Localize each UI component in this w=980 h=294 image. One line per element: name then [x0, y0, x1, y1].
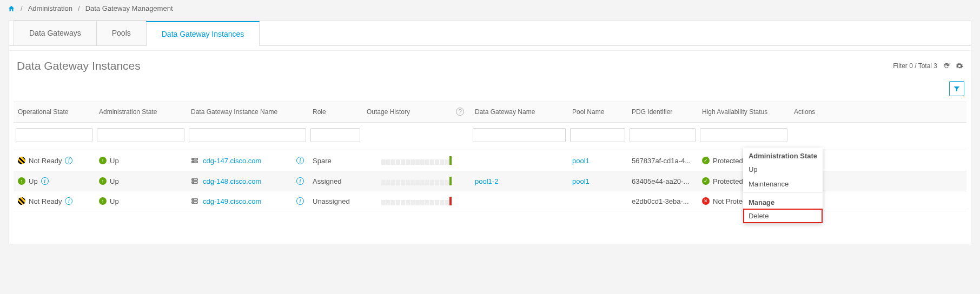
filter-toggle-icon[interactable]: [949, 81, 964, 96]
menu-item-delete[interactable]: Delete: [743, 209, 823, 223]
role-text: Assigned: [308, 175, 362, 188]
col-pdg-id: PDG Identifier: [627, 107, 698, 118]
col-gw-name: Data Gateway Name: [471, 107, 568, 118]
menu-item-up[interactable]: Up: [743, 162, 823, 177]
gateway-name-link[interactable]: pool1-2: [475, 177, 498, 185]
col-inst-name: Data Gateway Instance Name: [187, 107, 308, 118]
outage-history-bar: [381, 156, 452, 165]
section-meta: Filter 0 / Total 3: [893, 62, 963, 70]
col-admin-state: Administration State: [95, 107, 187, 118]
pool-name-link[interactable]: pool1: [572, 157, 590, 165]
refresh-icon[interactable]: [943, 62, 950, 70]
main-panel: Data Gateways Pools Data Gateway Instanc…: [9, 20, 971, 244]
ha-status-text: Protected: [713, 157, 743, 165]
up-arrow-icon: ↑: [99, 177, 107, 185]
instance-name-link[interactable]: cdg-149.cisco.com: [203, 197, 261, 205]
svg-point-10: [193, 199, 194, 200]
breadcrumb: / Administration / Data Gateway Manageme…: [0, 0, 980, 17]
settings-gear-icon[interactable]: [956, 62, 963, 70]
admin-state-text: Up: [110, 157, 119, 165]
filter-op-state[interactable]: [16, 128, 92, 142]
pdg-id-text: 63405e44-aa20-...: [627, 175, 698, 188]
check-icon: ✓: [702, 177, 710, 185]
table-row: Not Readyi↑Upcdg-147.cisco.comiSparepool…: [14, 150, 966, 171]
filter-ha-status[interactable]: [700, 128, 787, 142]
col-ha-status: High Availability Status: [698, 107, 790, 118]
crumb-page[interactable]: Data Gateway Management: [85, 4, 173, 12]
pdg-id-text: e2db0cd1-3eba-...: [627, 195, 698, 208]
info-icon[interactable]: i: [296, 177, 304, 185]
instance-icon: [191, 197, 198, 205]
tab-pools[interactable]: Pools: [96, 21, 147, 45]
role-text: Unassigned: [308, 195, 362, 208]
col-op-state: Operational State: [14, 107, 95, 118]
filter-bar: [9, 78, 971, 102]
op-state-text: Not Ready: [29, 157, 62, 165]
op-state-text: Not Ready: [29, 197, 62, 205]
filter-pool-name[interactable]: [570, 128, 625, 142]
check-icon: ✓: [702, 157, 710, 164]
col-pool-name: Pool Name: [568, 107, 627, 118]
menu-header-admin: Administration State: [743, 148, 823, 162]
instance-name-link[interactable]: cdg-147.cisco.com: [203, 157, 261, 165]
col-role: Role: [308, 107, 362, 118]
up-arrow-icon: ↑: [18, 177, 25, 185]
pdg-id-text: 567837af-cd1a-4...: [627, 155, 698, 167]
col-actions: Actions: [790, 107, 824, 118]
breadcrumb-sep: /: [21, 4, 23, 12]
admin-state-text: Up: [110, 197, 119, 205]
admin-state-text: Up: [110, 177, 119, 185]
col-outage-label: Outage History: [367, 108, 410, 116]
instance-name-link[interactable]: cdg-148.cisco.com: [203, 177, 261, 185]
svg-point-7: [193, 182, 194, 183]
not-ready-icon: [18, 157, 25, 164]
role-text: Spare: [308, 155, 362, 167]
filter-total-text: Filter 0 / Total 3: [893, 62, 937, 70]
help-icon[interactable]: ?: [456, 108, 464, 116]
filter-pdg-id[interactable]: [630, 128, 696, 142]
svg-point-6: [193, 179, 194, 180]
ha-status-text: Protected: [713, 177, 743, 185]
svg-point-3: [193, 162, 194, 162]
outage-history-bar: [381, 177, 452, 185]
instance-icon: [191, 177, 198, 185]
col-outage: Outage History ?: [362, 106, 471, 118]
home-icon[interactable]: [8, 5, 15, 12]
table: Operational State Administration State D…: [14, 102, 966, 211]
table-row: ↑Upi↑Upcdg-148.cisco.comiAssignedpool1-2…: [14, 171, 966, 191]
crumb-admin[interactable]: Administration: [28, 4, 72, 12]
menu-header-manage: Manage: [743, 194, 823, 209]
breadcrumb-sep: /: [78, 4, 80, 12]
table-row: Not Readyi↑Upcdg-149.cisco.comiUnassigne…: [14, 191, 966, 211]
filter-role[interactable]: [310, 128, 360, 142]
pool-name-link[interactable]: pool1: [572, 177, 590, 185]
tab-instances[interactable]: Data Gateway Instances: [146, 21, 260, 46]
filter-inst-name[interactable]: [189, 128, 306, 142]
info-icon[interactable]: i: [65, 197, 72, 205]
menu-item-maintenance[interactable]: Maintenance: [743, 177, 823, 191]
filter-gw-name[interactable]: [473, 128, 566, 142]
tabs: Data Gateways Pools Data Gateway Instanc…: [9, 21, 971, 46]
page-title: Data Gateway Instances: [17, 59, 141, 72]
up-arrow-icon: ↑: [99, 157, 107, 164]
info-icon[interactable]: i: [41, 177, 49, 185]
info-icon[interactable]: i: [296, 197, 304, 205]
tab-data-gateways[interactable]: Data Gateways: [14, 21, 97, 45]
instance-icon: [191, 157, 198, 164]
filter-admin-state[interactable]: [97, 128, 184, 142]
svg-point-2: [193, 159, 194, 159]
info-icon[interactable]: i: [65, 157, 72, 164]
row-actions-menu: Administration State Up Maintenance Mana…: [743, 148, 823, 223]
info-icon[interactable]: i: [296, 157, 304, 164]
not-ready-icon: [18, 197, 25, 205]
outage-history-bar: [381, 197, 452, 205]
error-icon: ✕: [702, 197, 710, 205]
up-arrow-icon: ↑: [99, 197, 107, 205]
op-state-text: Up: [29, 177, 38, 185]
svg-point-11: [193, 202, 194, 203]
section-head: Data Gateway Instances Filter 0 / Total …: [9, 50, 971, 78]
